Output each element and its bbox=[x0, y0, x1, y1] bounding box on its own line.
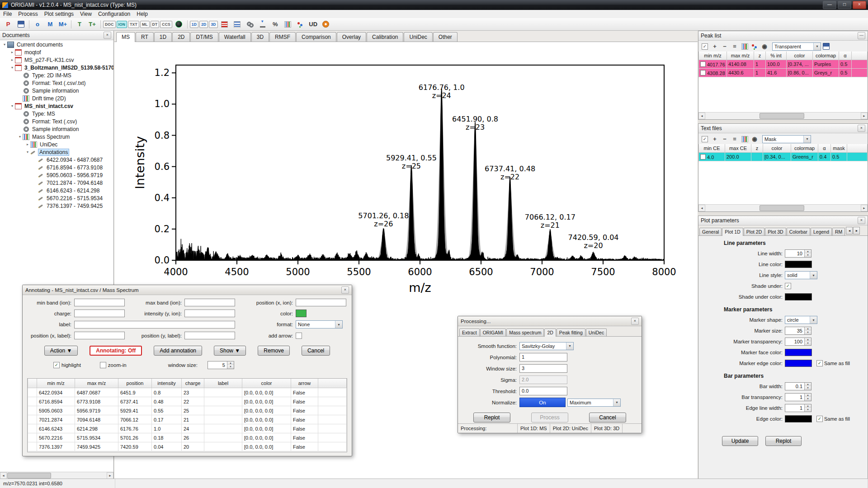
overlay-method-dropdown[interactable]: Mask▾ bbox=[762, 135, 811, 143]
annotations-list-button[interactable] bbox=[231, 19, 243, 29]
percent-normalize-button[interactable]: % bbox=[269, 19, 281, 29]
annotation-row[interactable]: 7376.13977459.94257420.590.0420[0.0, 0.0… bbox=[28, 442, 347, 451]
tree-item-moqtof[interactable]: ▸moqtof bbox=[0, 48, 113, 56]
tab-dt-ms[interactable]: DT/MS bbox=[190, 32, 218, 42]
tree-item-format-text-csv-txt[interactable]: Format: Text (.csv/.txt) bbox=[0, 79, 113, 87]
process-button[interactable]: Process bbox=[531, 413, 568, 422]
column-header-mask[interactable]: mask bbox=[831, 144, 847, 153]
tree-item-7376-1397-7459-9425[interactable]: 7376.1397 - 7459.9425 bbox=[0, 202, 113, 210]
menu-configuration[interactable]: Configuration bbox=[95, 10, 133, 18]
overlay-menu-button[interactable] bbox=[750, 42, 759, 51]
tab-ms[interactable]: MS bbox=[116, 32, 135, 42]
add-arrow-checkbox[interactable] bbox=[296, 333, 302, 339]
annotating-dialog-titlebar[interactable]: Annotating - MS_nist_intact.csv / Mass S… bbox=[23, 285, 352, 295]
label-input[interactable] bbox=[74, 321, 235, 328]
tab-calibration[interactable]: Calibration bbox=[367, 32, 403, 42]
tree-item-mass-spectrum[interactable]: ▾Mass Spectrum bbox=[0, 133, 113, 141]
tab-general[interactable]: General bbox=[699, 228, 722, 235]
table-row[interactable]: 4.0200.0[0.34, 0...Greens_r0.40.5 bbox=[699, 153, 868, 161]
cancel-button[interactable]: Cancel bbox=[589, 413, 626, 422]
tree-item-unidec[interactable]: ▸UniDec bbox=[0, 141, 113, 148]
tree-item-5905-0603-5956-9719[interactable]: 5905.0603 - 5956.9719 bbox=[0, 171, 113, 179]
bars-plot-button[interactable] bbox=[219, 19, 231, 29]
charge-input[interactable] bbox=[74, 310, 125, 317]
tab-legend[interactable]: Legend bbox=[811, 228, 832, 235]
annotation-row[interactable]: 5670.22165715.95345701.260.1826[0.0, 0.0… bbox=[28, 433, 347, 442]
tab-scroll-left-icon[interactable]: ◄ bbox=[846, 227, 853, 235]
smooth-function-dropdown[interactable]: Savitzky-Golay▾ bbox=[519, 342, 574, 350]
tree-item-3-boltzmann-ims2d-5139-58-5170-58-csv[interactable]: ▾3_Boltzmann_IMS2D_5139.58-5170.58.csv bbox=[0, 64, 113, 71]
scroll-left-icon[interactable]: ◄ bbox=[698, 113, 705, 119]
open-multiple-masslynx-button[interactable]: M+ bbox=[57, 19, 69, 29]
tree-item-ms-nist-intact-csv[interactable]: ▾MS_nist_intact.csv bbox=[0, 102, 113, 110]
spinner-arrows-icon[interactable]: ▲▼ bbox=[804, 327, 811, 334]
plot-2d-settings-button[interactable]: 2D bbox=[199, 21, 208, 28]
table-row[interactable]: 4308.284430.6141.6[0.86, 0...Greys_r0.5 bbox=[699, 69, 868, 77]
column-header-arrow[interactable]: arrow bbox=[291, 379, 318, 388]
unidec-panel-button[interactable]: UD bbox=[307, 19, 319, 29]
collapse-toggle-icon[interactable]: ▾ bbox=[17, 135, 23, 139]
threshold-input[interactable]: 0.0 bbox=[519, 387, 567, 395]
replot-button[interactable]: Replot bbox=[473, 413, 510, 422]
toggle-ccs-panel-button[interactable]: CCS bbox=[160, 21, 172, 28]
tab-rmsf[interactable]: RMSF bbox=[269, 32, 296, 42]
intensity-input[interactable] bbox=[184, 310, 235, 317]
column-header-charge[interactable]: charge bbox=[182, 379, 204, 388]
table-row[interactable]: 4017.764140.081100.0[0.374, ...Purples0.… bbox=[699, 60, 868, 69]
tab-plot-3d[interactable]: Plot 3D bbox=[765, 228, 786, 235]
menu-plot-settings[interactable]: Plot settings bbox=[41, 10, 77, 18]
column-header-colormap[interactable]: colormap bbox=[813, 52, 839, 60]
close-dialog-icon[interactable]: × bbox=[341, 286, 349, 294]
select-all-button[interactable]: ✓ bbox=[700, 42, 709, 51]
position-y-label-input[interactable] bbox=[184, 332, 235, 339]
window-size-input[interactable]: 3 bbox=[519, 364, 567, 373]
column-header-max-m-z[interactable]: max m/z bbox=[75, 379, 118, 388]
collapse-toggle-icon[interactable]: ▾ bbox=[9, 66, 15, 70]
update-button[interactable]: Update bbox=[722, 436, 758, 446]
text-files-hscrollbar[interactable]: ◄ ► bbox=[698, 204, 868, 211]
marker-edge-color-button[interactable] bbox=[785, 360, 812, 367]
tab-unidec[interactable]: UniDec bbox=[586, 328, 607, 336]
toggle-text-list-panel-button[interactable]: TXT bbox=[128, 21, 139, 28]
plot-menu-button[interactable] bbox=[740, 135, 749, 144]
tab-unidec[interactable]: UniDec bbox=[404, 32, 432, 42]
max-band-input[interactable] bbox=[184, 299, 235, 306]
column-header-intensity[interactable]: intensity bbox=[152, 379, 182, 388]
tree-item-6422-0934-6487-0687[interactable]: 6422.0934 - 6487.0687 bbox=[0, 156, 113, 164]
menu-view[interactable]: View bbox=[77, 10, 95, 18]
highlight-menu-button[interactable]: ◉ bbox=[760, 42, 769, 51]
tab-comparison[interactable]: Comparison bbox=[296, 32, 336, 42]
tree-item-format-text-csv[interactable]: Format: Text (.csv) bbox=[0, 117, 113, 125]
toggle-dt-panel-button[interactable]: DT bbox=[151, 21, 160, 28]
tab-colorbar[interactable]: Colorbar bbox=[787, 228, 810, 235]
collapse-toggle-icon[interactable]: ▾ bbox=[25, 150, 30, 154]
plot-1d-settings-button[interactable]: 1D bbox=[190, 21, 198, 28]
column-header-label[interactable]: label bbox=[204, 379, 242, 388]
annotation-row[interactable]: 6146.62436214.2986176.761.024[0.0, 0.0, … bbox=[28, 424, 347, 433]
column-header-color[interactable]: color bbox=[242, 379, 291, 388]
column-header-min-m-z[interactable]: min m/z bbox=[699, 52, 727, 60]
spinner-arrows-icon[interactable]: ▲▼ bbox=[804, 250, 811, 257]
action-menu-button[interactable]: Action ▼ bbox=[44, 346, 78, 356]
compare-ms-button[interactable] bbox=[173, 19, 185, 29]
collapse-toggle-icon[interactable]: ▾ bbox=[9, 104, 15, 108]
tab-rm[interactable]: RM bbox=[832, 228, 845, 235]
highlight-menu-button[interactable]: ◉ bbox=[750, 135, 759, 144]
toggle-ml-list-panel-button[interactable]: ML bbox=[140, 21, 150, 28]
row-checkbox[interactable] bbox=[700, 61, 706, 67]
collapse-toggle-icon[interactable]: ▾ bbox=[2, 42, 7, 47]
spinner-arrows-icon[interactable]: ▲▼ bbox=[804, 394, 811, 401]
tab-1d[interactable]: 1D bbox=[154, 32, 172, 42]
scroll-right-icon[interactable]: ► bbox=[861, 205, 868, 211]
overlay-settings-button[interactable] bbox=[295, 19, 307, 29]
column-header-z[interactable]: z bbox=[751, 144, 763, 153]
maximize-button[interactable]: □ bbox=[838, 1, 851, 9]
tree-item-current-documents[interactable]: ▾Current documents bbox=[0, 41, 113, 48]
menu-process[interactable]: Process bbox=[15, 10, 41, 18]
remove-file-button[interactable]: − bbox=[720, 135, 729, 144]
tab-3d[interactable]: 3D bbox=[251, 32, 269, 42]
row-checkbox[interactable] bbox=[700, 70, 706, 75]
sigma-input[interactable]: 2.0 bbox=[519, 375, 567, 384]
tab-waterfall[interactable]: Waterfall bbox=[219, 32, 251, 42]
select-all-button[interactable]: ✓ bbox=[700, 135, 709, 144]
